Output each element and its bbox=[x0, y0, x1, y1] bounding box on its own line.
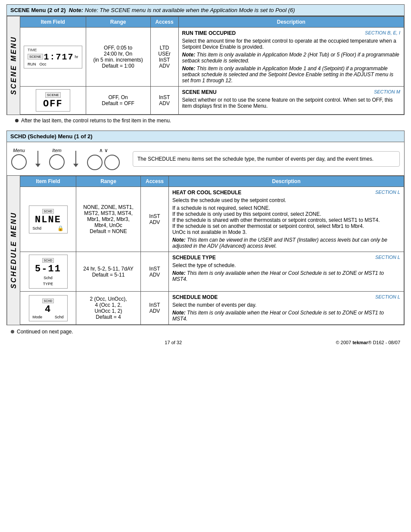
controls-description: The SCHEDULE menu items set the schedule… bbox=[133, 151, 400, 167]
schd-title: SCHD (Schedule) Menu (1 of 2) bbox=[10, 133, 93, 140]
scene-item-1-access: LTDUSErInSTADV bbox=[150, 28, 178, 87]
scene-table-header-row: Item Field Range Access Description bbox=[20, 17, 404, 28]
scene-after-note: After the last item, the control returns… bbox=[15, 118, 405, 124]
schd-item-2-desc-body: Select the type of schedule. bbox=[172, 262, 400, 268]
table-row: TIME SCENE 1:717 hr RUN Occ bbox=[20, 28, 404, 87]
nav-arrow-group: ∧ ∨ bbox=[87, 147, 120, 170]
scene-item-1-desc: RUN TIME OCCUPIED SECTION B, E, I Select… bbox=[178, 28, 404, 87]
scene-section: SCENE Menu (2 of 2) Note: Note: The SCEN… bbox=[6, 4, 405, 124]
schd-item-2-field: SCHD 5-11 Schd TYPE bbox=[20, 252, 76, 292]
schd-header: SCHD (Schedule) Menu (1 of 2) bbox=[6, 131, 405, 142]
schd-item-1-desc-body: Selects the schedule used by the setpoin… bbox=[172, 197, 400, 203]
arrow-head-2 bbox=[73, 164, 78, 167]
schd-table-inner: SCHEDULE MENU Item Field Range Access De… bbox=[7, 176, 404, 325]
schd-item-1-desc: HEAT OR COOL SCHEDULE SECTION L Selects … bbox=[169, 187, 404, 252]
scene-table-wrap: SCENE MENU Item Field Range Access Descr… bbox=[6, 16, 405, 115]
menu-label: Menu bbox=[13, 148, 25, 153]
nav-arrows-up-down: ∧ ∨ bbox=[99, 147, 108, 153]
up-arrow-icon: ∧ bbox=[99, 147, 103, 153]
table-row: SCENE OFF OFF, OnDefault = OFF InSTADV bbox=[20, 87, 404, 115]
col-range: Range bbox=[86, 17, 150, 28]
scene-side-label: SCENE MENU bbox=[7, 16, 20, 115]
schd-item-2-access: InSTADV bbox=[141, 252, 169, 292]
item-arrow-down bbox=[73, 151, 78, 167]
continued-note: Continued on next page. bbox=[11, 329, 405, 335]
scene-table-inner: SCENE MENU Item Field Range Access Descr… bbox=[7, 16, 404, 115]
schd-item-1-bottom: Schd 🔒 bbox=[33, 225, 64, 231]
schd-side-label: SCHEDULE MENU bbox=[7, 176, 20, 325]
schd-table-wrap: SCHEDULE MENU Item Field Range Access De… bbox=[6, 176, 405, 325]
scene-item-2-desc-body: Select whether or not to use the scene f… bbox=[182, 97, 400, 109]
item-button[interactable] bbox=[49, 154, 65, 170]
schd-col-range: Range bbox=[76, 176, 141, 187]
schd-item-3-desc-body: Select the number of events per day. bbox=[172, 302, 400, 308]
scene-item-2-range: OFF, OnDefault = OFF bbox=[86, 87, 150, 115]
schd-item-3-desc: SCHEDULE MODE SECTION L Select the numbe… bbox=[169, 292, 404, 325]
schd-item-2-range: 24 hr, 5-2, 5-11, 7dAYDefault = 5-11 bbox=[76, 252, 141, 292]
schd-item-1-desc-title-row: HEAT OR COOL SCHEDULE SECTION L bbox=[172, 190, 400, 196]
scene-item-2-desc: SCENE MENU SECTION M Select whether or n… bbox=[178, 87, 404, 115]
scene-item-1-field: TIME SCENE 1:717 hr RUN Occ bbox=[20, 28, 86, 87]
page-number: 17 of 32 bbox=[165, 340, 182, 345]
page-footer: 17 of 32 © 2007 tekmar® D162 - 08/07 bbox=[6, 340, 405, 345]
menu-button-group: Menu bbox=[11, 148, 27, 170]
schd-item-1-range: NONE, ZONE, MST1,MST2, MST3, MST4,Mbr1, … bbox=[76, 187, 141, 252]
item-button-group: Item bbox=[49, 148, 65, 170]
menu-arrow-down bbox=[35, 151, 40, 167]
menu-button[interactable] bbox=[11, 154, 27, 170]
schd-item-2-note: Note: This item is only available when t… bbox=[172, 270, 400, 282]
col-item-field: Item Field bbox=[20, 17, 86, 28]
scene-item-1-note-1: Note: This item is only available in App… bbox=[182, 52, 400, 64]
scene-note: Note: Note: The SCENE menu is not availa… bbox=[67, 7, 295, 13]
item-label: Item bbox=[52, 148, 61, 153]
arrow-head bbox=[35, 164, 40, 167]
nav-buttons bbox=[87, 155, 120, 170]
col-description: Description bbox=[178, 17, 404, 28]
scene-item-1-note-2: Note: This item is only available in App… bbox=[182, 65, 400, 84]
schd-item-3-field: SCHD 4 Mode Schd bbox=[20, 292, 76, 325]
down-arrow-icon: ∨ bbox=[104, 147, 108, 153]
scene-header: SCENE Menu (2 of 2) Note: Note: The SCEN… bbox=[6, 4, 405, 16]
down-button[interactable] bbox=[104, 155, 120, 170]
arrow-line bbox=[37, 151, 38, 164]
scene-item-1-bottom: RUN Occ bbox=[28, 62, 78, 66]
scene-table: Item Field Range Access Description TIME bbox=[20, 16, 404, 115]
bullet-icon bbox=[15, 119, 19, 122]
controls-diagram: Menu Item ∧ ∨ The SCHEDULE menu it bbox=[6, 142, 405, 176]
schd-item-1-desc-sub: If a schedule is not required, select NO… bbox=[172, 205, 400, 235]
schd-col-description: Description bbox=[169, 176, 404, 187]
scene-item-2-desc-title-row: SCENE MENU SECTION M bbox=[182, 89, 400, 95]
scene-item-2-access: InSTADV bbox=[150, 87, 178, 115]
table-row: SCHD 4 Mode Schd 2 (Occ, UnOcc),4 (Occ 1… bbox=[20, 292, 404, 325]
scene-item-1-desc-body: Select the amount time for the setpoint … bbox=[182, 38, 400, 50]
schd-item-3-bottom: Mode Schd bbox=[33, 315, 64, 319]
col-access: Access bbox=[150, 17, 178, 28]
schd-col-access: Access bbox=[141, 176, 169, 187]
schd-item-2-desc-title-row: SCHEDULE TYPE SECTION L bbox=[172, 255, 400, 261]
arrow-line-2 bbox=[75, 151, 76, 164]
scene-item-1-desc-title-row: RUN TIME OCCUPIED SECTION B, E, I bbox=[182, 30, 400, 36]
schd-item-1-field: SCHD NLNE Schd 🔒 bbox=[20, 187, 76, 252]
schd-item-3-range: 2 (Occ, UnOcc),4 (Occ 1, 2,UnOcc 1, 2)De… bbox=[76, 292, 141, 325]
scene-item-1-range: OFF, 0:05 to24:00 hr, On(in 5 min. incre… bbox=[86, 28, 150, 87]
schd-col-item-field: Item Field bbox=[20, 176, 76, 187]
schd-table-header-row: Item Field Range Access Description bbox=[20, 176, 404, 187]
schd-item-1-note: Note: This item can be viewed in the USE… bbox=[172, 237, 400, 249]
schd-item-3-access: InSTADV bbox=[141, 292, 169, 325]
table-row: SCHD NLNE Schd 🔒 NONE, ZONE, MST1,MST2, … bbox=[20, 187, 404, 252]
up-button[interactable] bbox=[87, 155, 103, 170]
schd-item-2-bottom: Schd TYPE bbox=[33, 274, 64, 286]
continued-dot-icon bbox=[11, 330, 14, 333]
schd-table: Item Field Range Access Description SCHD… bbox=[20, 176, 404, 325]
table-row: SCHD 5-11 Schd TYPE 24 hr, 5-2, 5-11, 7d… bbox=[20, 252, 404, 292]
scene-item-1-display-row: SCENE 1:717 hr bbox=[28, 52, 78, 62]
copyright: © 2007 tekmar® D162 - 08/07 bbox=[336, 340, 400, 345]
scene-item-2-field: SCENE OFF bbox=[20, 87, 86, 115]
schd-item-2-desc: SCHEDULE TYPE SECTION L Select the type … bbox=[169, 252, 404, 292]
scene-title: SCENE Menu (2 of 2) bbox=[10, 7, 66, 13]
schd-item-3-note: Note: This item is only available when t… bbox=[172, 310, 400, 322]
schd-item-3-desc-title-row: SCHEDULE MODE SECTION L bbox=[172, 294, 400, 300]
schd-item-1-access: InSTADV bbox=[141, 187, 169, 252]
schd-section: SCHD (Schedule) Menu (1 of 2) Menu Item … bbox=[6, 131, 405, 335]
